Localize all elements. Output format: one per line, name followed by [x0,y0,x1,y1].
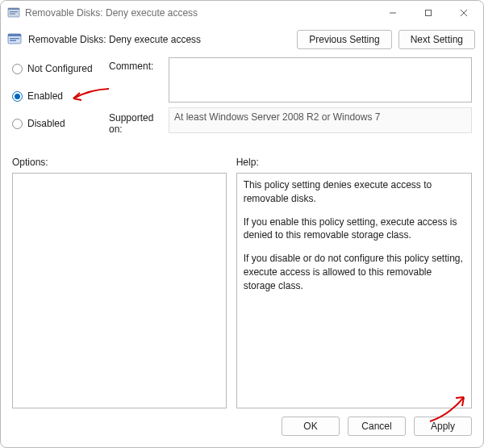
svg-rect-3 [10,14,15,15]
ok-button[interactable]: OK [282,417,340,436]
svg-rect-2 [10,11,18,12]
panes: Options: Help: This policy setting denie… [1,147,483,408]
policy-icon [7,32,22,47]
previous-setting-button[interactable]: Previous Setting [297,30,391,49]
options-pane: Options: [12,157,227,408]
help-paragraph: If you enable this policy setting, execu… [244,216,465,243]
close-button[interactable] [446,2,482,24]
apply-button[interactable]: Apply [414,417,472,436]
radio-disabled[interactable]: Disabled [12,118,106,129]
comment-input[interactable] [169,57,472,103]
radio-icon [12,119,23,129]
policy-header: Removable Disks: Deny execute access Pre… [1,25,483,54]
svg-rect-8 [10,38,19,39]
radio-enabled[interactable]: Enabled [12,90,106,102]
help-pane: Help: This policy setting denies execute… [236,157,472,408]
window-controls [375,2,482,24]
radio-label: Enabled [27,90,63,102]
help-paragraph: This policy setting denies execute acces… [244,178,465,206]
svg-rect-1 [8,8,19,10]
state-radio-group: Not Configured Enabled Disabled [12,57,106,145]
maximize-button[interactable] [411,2,446,24]
window-title: Removable Disks: Deny execute access [25,7,375,19]
svg-rect-7 [8,34,21,36]
help-paragraph: If you disable or do not configure this … [244,252,465,292]
titlebar: Removable Disks: Deny execute access [1,1,483,25]
svg-rect-4 [390,13,396,14]
supported-label: Supported on: [109,107,165,135]
app-icon [7,6,20,19]
comment-label: Comment: [109,57,165,72]
svg-rect-5 [426,10,432,16]
radio-icon [12,91,23,102]
radio-label: Not Configured [27,63,93,74]
options-body[interactable] [12,173,227,408]
supported-on-value: At least Windows Server 2008 R2 or Windo… [169,107,472,133]
minimize-button[interactable] [375,2,411,24]
policy-title: Removable Disks: Deny execute access [28,34,290,45]
supported-text: At least Windows Server 2008 R2 or Windo… [174,111,380,123]
policy-dialog: Removable Disks: Deny execute access Rem… [0,0,484,448]
svg-rect-9 [10,40,16,41]
config-area: Not Configured Enabled Disabled Comment:… [1,54,483,147]
options-label: Options: [12,157,227,168]
radio-label: Disabled [27,118,65,129]
radio-icon [12,64,23,74]
help-label: Help: [236,157,472,168]
radio-not-configured[interactable]: Not Configured [12,63,106,74]
next-setting-button[interactable]: Next Setting [398,30,475,49]
dialog-footer: OK Cancel Apply [1,408,483,447]
cancel-button[interactable]: Cancel [348,417,406,436]
help-body[interactable]: This policy setting denies execute acces… [236,173,472,408]
